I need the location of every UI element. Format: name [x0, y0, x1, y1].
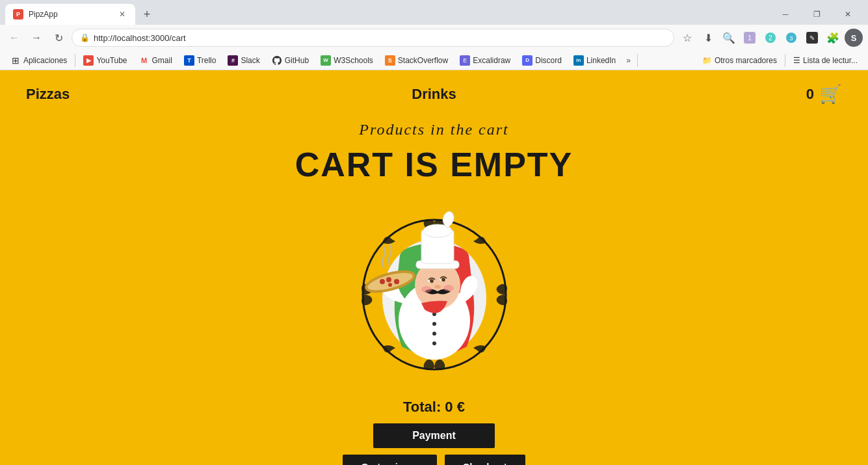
bookmark-trello-label: Trello [197, 56, 217, 65]
bookmark-trello[interactable]: T Trello [179, 53, 222, 68]
bookmark-stackoverflow[interactable]: S StackOverflow [380, 53, 453, 68]
bottom-buttons: Go to pizzas Checkout [343, 455, 525, 465]
bookmark-excalidraw[interactable]: E Excalidraw [454, 53, 516, 68]
payment-button[interactable]: Payment [373, 423, 495, 448]
apps-icon: ⊞ [10, 55, 21, 66]
github-icon [272, 55, 282, 66]
lista-lectura-folder[interactable]: ☰ Lista de lectur... [788, 54, 863, 67]
forward-button[interactable]: → [27, 29, 46, 47]
svg-point-14 [432, 332, 436, 336]
nav-left: Pizzas [26, 86, 70, 103]
svg-point-19 [394, 279, 399, 284]
close-button[interactable]: ✕ [833, 4, 863, 25]
bookmark-w3schools-label: W3Schools [334, 56, 373, 65]
title-bar: P PipzApp ✕ + ─ ❐ ✕ [0, 0, 868, 25]
tab-close-button[interactable]: ✕ [117, 9, 127, 20]
cart-icon[interactable]: 🛒 [819, 83, 842, 105]
main-content: CART IS EMPTY [0, 139, 868, 465]
browser-frame: P PipzApp ✕ + ─ ❐ ✕ ← → ↻ 🔒 http://local… [0, 0, 868, 70]
toolbar-icons: ☆ ⬇ 🔍 1 2 3 ✎ 🧩 S [678, 29, 863, 47]
svg-point-27 [434, 285, 441, 289]
svg-point-28 [421, 286, 432, 293]
bookmark-github-label: GitHub [285, 56, 309, 65]
bookmark-stackoverflow-label: StackOverflow [398, 56, 448, 65]
w3schools-icon: W [321, 55, 331, 66]
profile-avatar[interactable]: S [845, 29, 863, 47]
page-subtitle-container: Products in the cart [0, 118, 868, 139]
active-tab[interactable]: P PipzApp ✕ [5, 4, 135, 25]
ext-3-button[interactable]: 3 [782, 29, 800, 47]
address-bar: ← → ↻ 🔒 http://localhost:3000/cart ☆ ⬇ 🔍… [0, 25, 868, 51]
url-bar[interactable]: 🔒 http://localhost:3000/cart [72, 29, 674, 47]
bookmark-slack[interactable]: # Slack [222, 53, 265, 68]
slack-icon: # [228, 55, 238, 66]
svg-point-13 [432, 322, 436, 326]
url-text: http://localhost:3000/cart [94, 33, 666, 43]
folder-icon: 📁 [702, 56, 712, 65]
bookmark-discord[interactable]: D Discord [517, 53, 567, 68]
back-button[interactable]: ← [5, 29, 23, 47]
svg-text:1: 1 [748, 34, 752, 42]
linkedin-icon: in [573, 55, 584, 66]
nav-right: 0 🛒 [806, 83, 842, 105]
bookmark-linkedin-label: LinkedIn [586, 56, 616, 65]
bookmark-discord-label: Discord [535, 56, 562, 65]
bookmark-gmail-label: Gmail [152, 56, 172, 65]
reading-list-icon: ☰ [793, 56, 800, 65]
cart-count: 0 [806, 86, 814, 103]
bookmark-slack-label: Slack [241, 56, 259, 65]
more-bookmarks-button[interactable]: » [622, 54, 635, 67]
bookmark-gmail[interactable]: M Gmail [134, 53, 178, 68]
go-to-pizzas-button[interactable]: Go to pizzas [343, 455, 436, 465]
bookmark-linkedin[interactable]: in LinkedIn [568, 53, 621, 68]
bookmark-youtube-label: YouTube [96, 56, 127, 65]
new-tab-button[interactable]: + [138, 5, 156, 23]
discord-icon: D [522, 55, 533, 66]
extensions-button[interactable]: 🧩 [824, 29, 842, 47]
bookmark-separator-3 [785, 54, 785, 67]
stackoverflow-icon: S [385, 55, 395, 66]
otros-marcadores-folder[interactable]: 📁 Otros marcadores [697, 54, 782, 67]
svg-text:✎: ✎ [809, 34, 815, 42]
ext-4-button[interactable]: ✎ [803, 29, 821, 47]
svg-point-26 [441, 278, 445, 282]
page-subtitle: Products in the cart [359, 121, 508, 139]
bookmarks-bar: ⊞ Aplicaciones ▶ YouTube M Gmail T Trell… [0, 51, 868, 70]
bookmark-excalidraw-label: Excalidraw [473, 56, 510, 65]
svg-point-21 [388, 283, 392, 287]
svg-point-20 [380, 279, 385, 284]
pizzas-nav-link[interactable]: Pizzas [26, 86, 70, 103]
svg-text:2: 2 [769, 34, 772, 42]
cart-empty-title: CART IS EMPTY [295, 145, 573, 184]
svg-text:3: 3 [789, 35, 793, 42]
zoom-button[interactable]: 🔍 [720, 29, 738, 47]
bookmark-star-button[interactable]: ☆ [678, 29, 696, 47]
reload-button[interactable]: ↻ [49, 29, 68, 47]
nav-center: Drinks [412, 86, 456, 103]
bookmark-github[interactable]: GitHub [267, 53, 314, 68]
minimize-button[interactable]: ─ [770, 4, 800, 25]
window-controls: ─ ❐ ✕ [770, 4, 863, 25]
bookmark-separator-2 [637, 54, 638, 67]
trello-icon: T [184, 55, 194, 66]
bookmark-w3schools[interactable]: W W3Schools [315, 53, 378, 68]
ext-1-button[interactable]: 1 [741, 29, 759, 47]
tab-favicon: P [13, 9, 23, 20]
total-price: Total: 0 € [343, 399, 525, 416]
drinks-nav-link[interactable]: Drinks [412, 86, 456, 102]
total-section: Total: 0 € Payment Go to pizzas Checkout [343, 399, 525, 465]
otros-marcadores-label: Otros marcadores [715, 56, 777, 65]
chef-illustration [337, 191, 532, 386]
ext-2-button[interactable]: 2 [761, 29, 780, 47]
bookmark-youtube[interactable]: ▶ YouTube [78, 53, 132, 68]
lista-lectura-label: Lista de lectur... [803, 56, 858, 65]
bookmark-apps[interactable]: ⊞ Aplicaciones [5, 53, 72, 68]
svg-point-15 [432, 341, 436, 345]
download-button[interactable]: ⬇ [699, 29, 717, 47]
bookmark-separator-1 [75, 54, 75, 67]
app-content: Pizzas Drinks 0 🛒 Products in the cart C… [0, 70, 868, 465]
ssl-icon: 🔒 [80, 33, 90, 42]
maximize-button[interactable]: ❐ [802, 4, 832, 25]
checkout-button[interactable]: Checkout [445, 455, 525, 465]
youtube-icon: ▶ [83, 55, 94, 66]
